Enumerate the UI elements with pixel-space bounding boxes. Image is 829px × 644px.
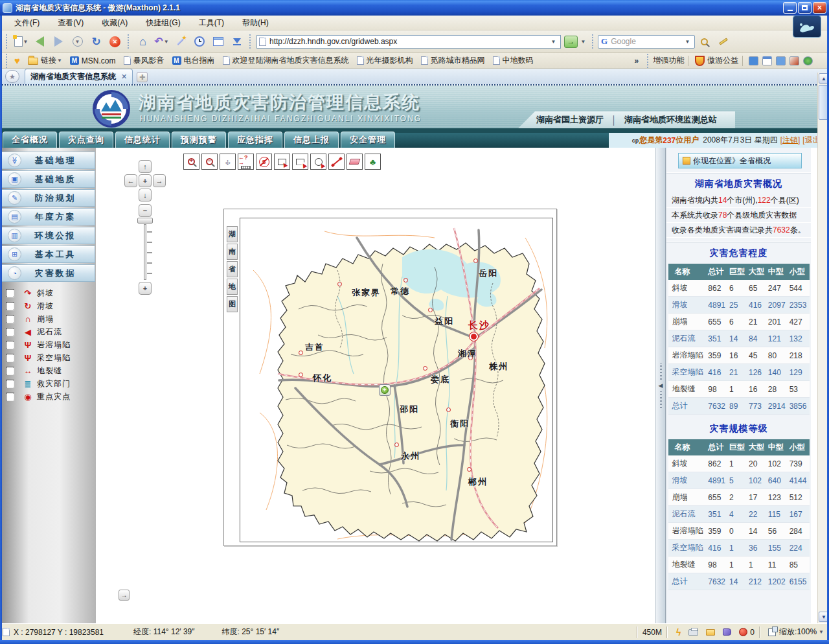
favorites-star-icon[interactable]: ★ (5, 70, 19, 83)
sidebar-section-button[interactable]: ≫ 基础地理 (1, 152, 95, 169)
refresh-button[interactable]: ↻ (87, 33, 105, 51)
nav-tab[interactable]: 全省概况 (3, 132, 57, 148)
panels-button[interactable] (209, 33, 227, 51)
search-button[interactable] (696, 33, 713, 51)
links-overflow-chevron[interactable]: » (635, 56, 639, 65)
select-rectangle-tool-button[interactable]: ▶ (274, 154, 290, 170)
toolbar-grip[interactable] (6, 34, 8, 49)
layer-checkbox[interactable] (6, 315, 14, 323)
layer-checkbox[interactable] (6, 328, 14, 336)
popup-blocker-icon[interactable] (739, 628, 747, 636)
layer-row[interactable]: Ψ 采空塌陷 (0, 351, 96, 364)
tab-close-icon[interactable]: ✕ (121, 73, 127, 81)
link-item[interactable]: 暴风影音 (124, 55, 165, 66)
sidebar-section-button[interactable]: ▥ 环境公报 (1, 227, 95, 244)
toolbar-grip[interactable] (128, 34, 130, 49)
link-item[interactable]: 电台指南 (172, 55, 215, 66)
layer-checkbox[interactable] (6, 367, 14, 375)
zoom-slider-track[interactable] (144, 224, 146, 280)
layer-row[interactable]: ≣ 救灾部门 (0, 377, 96, 390)
maximize-button[interactable] (798, 2, 812, 14)
world-icon[interactable] (803, 56, 813, 65)
menu-item[interactable]: 工具(T) (190, 16, 233, 30)
eraser-tool-button[interactable] (346, 154, 363, 170)
zoom-in-step-button[interactable]: + (139, 282, 152, 295)
layer-row[interactable]: ↔ 地裂缝 (0, 364, 96, 377)
pan-up-button[interactable]: ↑ (139, 160, 152, 173)
locate-overlay-button[interactable]: + (379, 384, 391, 396)
undo-button[interactable]: ↶▼ (153, 33, 170, 51)
full-extent-tool-button[interactable]: ♣ (365, 154, 381, 170)
download-button[interactable] (228, 33, 245, 51)
collector-icon[interactable] (723, 628, 731, 636)
link-item[interactable]: 欢迎登陆湖南省地质灾害信息系统 (223, 55, 349, 66)
nav-tab[interactable]: 灾点查询 (59, 132, 113, 148)
zoom-slider-handle[interactable] (137, 218, 153, 224)
sidebar-section-button[interactable]: ◔ 灾害数据 (1, 264, 95, 282)
pan-tool-button[interactable]: ↔↕ (220, 154, 236, 170)
toolbar-grip[interactable] (6, 54, 8, 68)
pan-right-button[interactable]: → (153, 174, 166, 187)
highlight-button[interactable] (714, 33, 732, 51)
maxthon-logo[interactable] (793, 16, 821, 38)
zoom-out-step-button[interactable]: − (139, 204, 152, 217)
sidebar-section-button[interactable]: ⊞ 基本工具 (1, 246, 95, 263)
layer-checkbox[interactable] (6, 289, 14, 297)
history-dropdown-button[interactable]: ▼ (69, 33, 86, 51)
minimize-button[interactable] (783, 2, 797, 14)
zoom-out-tool-button[interactable]: − (201, 154, 218, 170)
new-tab-plus-button[interactable]: ✚ (137, 72, 148, 82)
zoom-in-tool-button[interactable]: + (183, 154, 199, 170)
layer-checkbox[interactable] (6, 341, 14, 349)
select-polygon-tool-button[interactable]: ▶ (292, 154, 308, 170)
address-bar[interactable]: http://dzzh.hndh.gov.cn/gridweb.aspx ▼ (256, 35, 561, 49)
layer-checkbox[interactable] (6, 302, 14, 310)
page-tab[interactable]: 湖南省地质灾害信息系统 ✕ (25, 69, 133, 84)
menu-item[interactable]: 快捷组(G) (137, 16, 189, 30)
nav-tab[interactable]: 应急指挥 (228, 132, 282, 148)
layer-checkbox[interactable] (6, 380, 14, 388)
layer-row[interactable]: Ψ 岩溶塌陷 (0, 338, 96, 351)
layer-checkbox[interactable] (6, 393, 14, 401)
pan-down-button[interactable]: ↓ (139, 189, 152, 201)
link-item[interactable]: MSN.com (70, 56, 116, 65)
sidebar-section-button[interactable]: ▣ 基础地质 (1, 170, 95, 188)
sidebar-section-button[interactable]: ✎ 防治规划 (1, 189, 95, 207)
new-tab-button[interactable]: ▼ (12, 33, 30, 51)
search-box[interactable]: G Google ▼ (598, 35, 695, 49)
measure-tool-button[interactable]: ←?→ (238, 154, 254, 170)
link-item[interactable]: 光年摄影机构 (357, 55, 413, 66)
logout-link[interactable]: [注销] (780, 135, 801, 146)
geo-env-monitor-link[interactable]: 湖南省地质环境监测总站 (617, 114, 725, 126)
search-input[interactable]: Google (611, 37, 682, 46)
zoom-dropdown-icon[interactable]: ▼ (819, 629, 824, 635)
layer-row[interactable]: ↻ 滑坡 (0, 299, 96, 312)
nav-tab[interactable]: 预测预警 (172, 132, 226, 148)
maxthon-shield-icon[interactable] (695, 56, 705, 66)
menu-item[interactable]: 查看(V) (49, 16, 93, 30)
address-input[interactable]: http://dzzh.hndh.gov.cn/gridweb.aspx (269, 37, 548, 46)
zoom-level[interactable]: 缩放:100% (779, 627, 817, 638)
toolbar-grip[interactable] (647, 54, 650, 68)
clear-scale-tool-button[interactable]: S (256, 154, 272, 170)
toolbar-grip[interactable] (592, 34, 595, 49)
boost-icon[interactable]: ϟ (676, 627, 681, 638)
back-button[interactable] (31, 33, 49, 51)
folder-icon[interactable] (706, 629, 715, 636)
pan-left-button[interactable]: ← (124, 174, 137, 187)
brush-icon[interactable] (789, 56, 799, 65)
close-button[interactable]: × (813, 2, 826, 14)
expand-panel-button[interactable]: → (119, 590, 130, 601)
panel-splitter[interactable]: ◀ (655, 148, 666, 623)
boost-features-link[interactable]: 增强功能 (653, 55, 684, 66)
layer-row[interactable]: ↷ 斜坡 (0, 286, 96, 299)
menu-item[interactable]: 收藏(A) (93, 16, 137, 30)
resize-icon[interactable] (768, 628, 776, 636)
toolbar-grip[interactable] (249, 34, 252, 49)
land-resources-link[interactable]: 湖南省国土资源厅 (528, 114, 611, 126)
search-engine-dropdown-icon[interactable]: ▼ (682, 36, 693, 47)
notes-icon[interactable] (776, 56, 786, 65)
layer-row[interactable]: ∩ 崩塌 (0, 312, 96, 325)
layer-checkbox[interactable] (6, 354, 14, 362)
select-circle-tool-button[interactable]: ▶ (310, 154, 326, 170)
